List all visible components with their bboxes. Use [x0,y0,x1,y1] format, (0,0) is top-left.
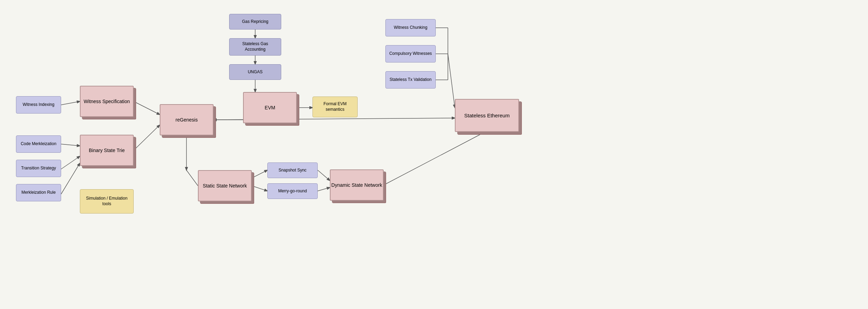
stateless-gas-accounting-node: Stateless Gas Accounting [229,38,281,56]
svg-line-6 [61,156,80,169]
svg-line-13 [186,170,198,186]
transition-strategy-node: Transition Strategy [16,160,61,177]
svg-line-5 [61,144,80,146]
witness-indexing-node: Witness Indexing [16,96,61,114]
snapshot-sync-node: Snapshot Sync [267,162,318,178]
svg-line-18 [384,132,485,185]
svg-line-17 [318,187,330,191]
witness-specification-node: Witness Specification [80,86,134,117]
svg-line-9 [134,125,160,150]
svg-line-16 [318,170,330,181]
svg-line-15 [252,186,267,191]
simulation-tools-node: Simulation / Emulation tools [80,189,134,214]
diagram-container: Witness Indexing Witness Specification C… [0,0,868,309]
svg-line-23 [448,54,455,108]
evm-node: EVM [243,92,297,123]
witness-chunking-node: Witness Chunking [385,19,436,36]
static-state-network-node: Static State Network [198,170,252,201]
dynamic-state-network-node: Dynamic State Network [330,169,384,201]
svg-line-4 [61,101,80,105]
binary-state-trie-node: Binary State Trie [80,135,134,166]
merry-go-round-node: Merry-go-round [267,183,318,199]
formal-evm-semantics-node: Formal EVM semantics [312,97,358,117]
svg-line-7 [61,163,80,194]
ungas-node: UNGAS [229,64,281,80]
regenesis-node: reGenesis [160,104,214,135]
code-merkleization-node: Code Merkleization [16,135,61,153]
merkleization-rule-node: Merkleization Rule [16,184,61,201]
stateless-ethereum-node: Stateless Ethereum [455,99,519,132]
compulsory-witnesses-node: Compulsory Witnesses [385,45,436,62]
svg-line-8 [134,101,160,115]
gas-repricing-node: Gas Repricing [229,14,281,30]
svg-line-14 [252,170,267,178]
stateless-tx-validation-node: Stateless Tx Validation [385,71,436,89]
